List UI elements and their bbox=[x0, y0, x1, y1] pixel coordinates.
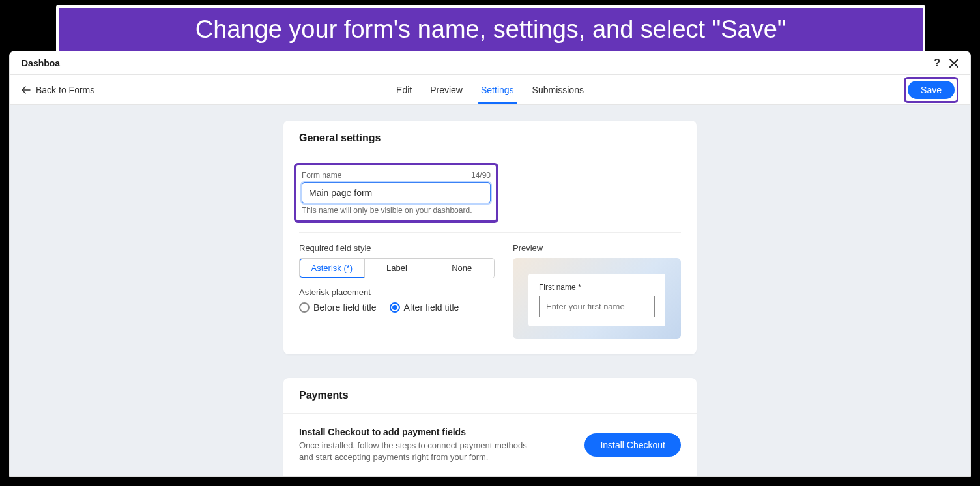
form-name-helper: This name will only be visible on your d… bbox=[302, 206, 491, 215]
content-area: General settings Form name 14/90 This na… bbox=[10, 105, 970, 476]
preview-panel: First name * bbox=[513, 258, 681, 339]
arrow-left-icon bbox=[22, 86, 31, 94]
help-icon[interactable]: ? bbox=[934, 57, 940, 69]
install-checkout-button[interactable]: Install Checkout bbox=[584, 433, 681, 457]
tabs: Edit Preview Settings Submissions bbox=[396, 75, 584, 104]
back-label: Back to Forms bbox=[36, 85, 94, 95]
placement-after-label: After field title bbox=[404, 302, 459, 313]
general-heading: General settings bbox=[283, 121, 697, 156]
preview-field-label: First name * bbox=[539, 283, 655, 292]
asterisk-placement-group: Asterisk placement Before field title Af… bbox=[299, 287, 495, 313]
placement-before-label: Before field title bbox=[313, 302, 377, 313]
placement-before-radio[interactable]: Before field title bbox=[299, 302, 377, 313]
placement-after-radio[interactable]: After field title bbox=[390, 302, 459, 313]
form-name-label: Form name bbox=[302, 171, 341, 180]
radio-icon bbox=[299, 302, 310, 313]
instruction-callout: Change your form's name, settings, and s… bbox=[56, 5, 925, 53]
app-window: Dashboa ? Back to Forms Edit Preview Set… bbox=[9, 51, 971, 477]
form-name-highlight: Form name 14/90 This name will only be v… bbox=[294, 163, 498, 223]
preview-label: Preview bbox=[513, 243, 681, 253]
style-option-label[interactable]: Label bbox=[364, 259, 429, 278]
required-style-segmented: Asterisk (*) Label None bbox=[299, 258, 495, 278]
asterisk-placement-label: Asterisk placement bbox=[299, 287, 495, 297]
preview-card: First name * bbox=[528, 274, 665, 326]
tab-edit[interactable]: Edit bbox=[396, 75, 412, 104]
back-to-forms-link[interactable]: Back to Forms bbox=[22, 85, 94, 95]
toolbar: Back to Forms Edit Preview Settings Subm… bbox=[10, 75, 970, 105]
payments-card: Payments Install Checkout to add payment… bbox=[283, 378, 697, 476]
callout-text: Change your form's name, settings, and s… bbox=[195, 16, 786, 44]
save-button[interactable]: Save bbox=[908, 81, 955, 99]
style-option-asterisk[interactable]: Asterisk (*) bbox=[300, 259, 364, 278]
payments-description: Once installed, follow the steps to conn… bbox=[299, 440, 540, 463]
settings-columns: Required field style Asterisk (*) Label … bbox=[299, 243, 681, 339]
general-settings-card: General settings Form name 14/90 This na… bbox=[283, 121, 697, 354]
window-title: Dashboa bbox=[22, 58, 60, 68]
close-icon[interactable] bbox=[949, 59, 958, 68]
style-option-none[interactable]: None bbox=[429, 259, 494, 278]
radio-icon bbox=[390, 302, 400, 313]
preview-input bbox=[539, 296, 655, 317]
payments-title: Install Checkout to add payment fields bbox=[299, 427, 540, 437]
tab-settings[interactable]: Settings bbox=[481, 75, 514, 104]
form-name-counter: 14/90 bbox=[471, 171, 491, 180]
form-name-input[interactable] bbox=[302, 182, 491, 203]
titlebar: Dashboa ? bbox=[10, 51, 970, 75]
form-name-label-row: Form name 14/90 bbox=[302, 171, 491, 180]
required-field-style-label: Required field style bbox=[299, 243, 495, 253]
tab-submissions[interactable]: Submissions bbox=[532, 75, 584, 104]
save-highlight: Save bbox=[904, 77, 958, 103]
divider bbox=[299, 232, 681, 233]
payments-heading: Payments bbox=[283, 378, 697, 414]
tab-preview[interactable]: Preview bbox=[430, 75, 463, 104]
titlebar-actions: ? bbox=[934, 57, 958, 69]
